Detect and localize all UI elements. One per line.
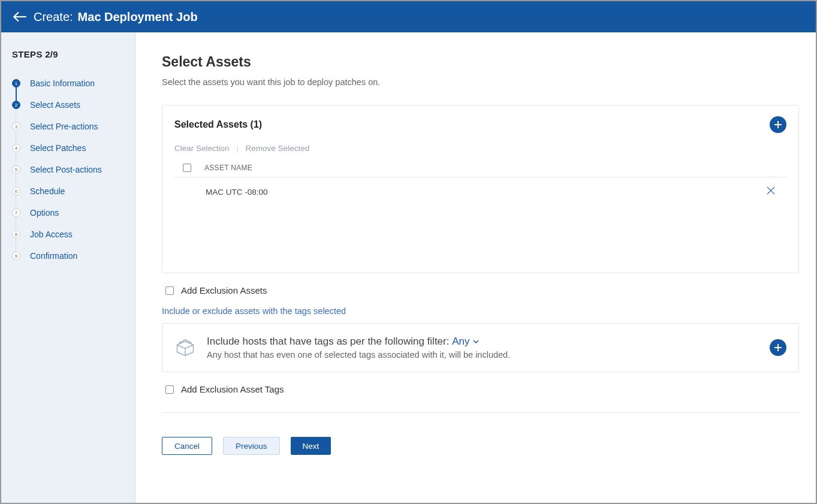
steps-sidebar: STEPS 2/9 1Basic Information2Select Asse… bbox=[1, 32, 135, 503]
table-row: MAC UTC -08:00 bbox=[174, 177, 786, 207]
step-1[interactable]: 1Basic Information bbox=[12, 73, 124, 94]
add-exclusion-tags-label: Add Exclusion Asset Tags bbox=[181, 384, 284, 394]
app-header: Create: Mac Deployment Job bbox=[1, 1, 816, 32]
add-asset-button[interactable] bbox=[770, 116, 786, 133]
assets-table-header: ASSET NAME bbox=[174, 159, 786, 177]
cancel-button[interactable]: Cancel bbox=[162, 437, 212, 455]
step-number: 4 bbox=[12, 144, 20, 152]
close-icon bbox=[766, 186, 776, 195]
clear-selection-link[interactable]: Clear Selection bbox=[174, 144, 230, 153]
previous-button[interactable]: Previous bbox=[223, 437, 280, 455]
include-tags-panel: Include hosts that have tags as per the … bbox=[162, 323, 799, 372]
step-label: Select Post-actions bbox=[30, 165, 102, 174]
step-number: 8 bbox=[12, 230, 20, 239]
remove-row-button[interactable] bbox=[764, 186, 778, 198]
step-5[interactable]: 5Select Post-actions bbox=[12, 159, 124, 180]
header-create-label: Create: bbox=[34, 10, 73, 24]
step-label: Select Pre-actions bbox=[30, 122, 98, 131]
main-content: Select Assets Select the assets you want… bbox=[135, 32, 816, 503]
step-3[interactable]: 3Select Pre-actions bbox=[12, 116, 124, 137]
chevron-down-icon bbox=[472, 338, 480, 345]
step-label: Job Access bbox=[30, 230, 73, 239]
action-divider: | bbox=[236, 144, 239, 153]
step-number: 7 bbox=[12, 209, 20, 217]
step-4[interactable]: 4Select Patches bbox=[12, 137, 124, 159]
step-label: Options bbox=[30, 208, 59, 218]
step-6[interactable]: 6Schedule bbox=[12, 180, 124, 202]
add-exclusion-tags-checkbox[interactable] bbox=[165, 385, 174, 394]
step-8[interactable]: 8Job Access bbox=[12, 224, 124, 245]
header-title: Mac Deployment Job bbox=[78, 10, 198, 24]
step-7[interactable]: 7Options bbox=[12, 202, 124, 224]
page-title: Select Assets bbox=[162, 54, 799, 70]
step-label: Select Assets bbox=[30, 100, 80, 110]
step-number: 6 bbox=[12, 187, 20, 195]
step-number: 9 bbox=[12, 252, 20, 260]
asset-name-cell: MAC UTC -08:00 bbox=[206, 188, 764, 197]
box-icon bbox=[174, 337, 196, 358]
step-label: Confirmation bbox=[30, 251, 77, 261]
step-label: Select Patches bbox=[30, 143, 86, 153]
remove-selected-link[interactable]: Remove Selected bbox=[246, 144, 310, 153]
include-tags-title: Include hosts that have tags as per the … bbox=[207, 336, 759, 348]
plus-icon bbox=[774, 343, 782, 352]
next-button[interactable]: Next bbox=[291, 437, 331, 455]
wizard-footer: Cancel Previous Next bbox=[162, 412, 799, 455]
step-label: Schedule bbox=[30, 186, 65, 196]
step-number: 1 bbox=[12, 79, 20, 87]
add-exclusion-tags-row[interactable]: Add Exclusion Asset Tags bbox=[165, 384, 799, 394]
step-number: 2 bbox=[12, 101, 20, 109]
selected-assets-title: Selected Assets (1) bbox=[174, 119, 262, 130]
step-number: 3 bbox=[12, 122, 20, 131]
tag-filter-value: Any bbox=[452, 336, 469, 348]
add-tag-button[interactable] bbox=[770, 339, 786, 356]
step-label: Basic Information bbox=[30, 79, 95, 88]
select-all-checkbox[interactable] bbox=[183, 164, 191, 172]
step-number: 5 bbox=[12, 165, 20, 174]
column-asset-name: ASSET NAME bbox=[204, 164, 252, 172]
add-exclusion-assets-checkbox[interactable] bbox=[165, 286, 174, 295]
step-2[interactable]: 2Select Assets bbox=[12, 94, 124, 116]
steps-counter: STEPS 2/9 bbox=[12, 49, 124, 59]
tags-hint: Include or exclude assets with the tags … bbox=[162, 306, 799, 316]
add-exclusion-assets-row[interactable]: Add Exclusion Assets bbox=[165, 285, 799, 295]
add-exclusion-assets-label: Add Exclusion Assets bbox=[181, 285, 267, 295]
plus-icon bbox=[774, 120, 782, 129]
back-arrow-icon[interactable] bbox=[12, 9, 28, 25]
step-9[interactable]: 9Confirmation bbox=[12, 245, 124, 267]
include-tags-title-text: Include hosts that have tags as per the … bbox=[207, 336, 449, 347]
selected-assets-panel: Selected Assets (1) Clear Selection | Re… bbox=[162, 105, 799, 273]
tag-filter-dropdown[interactable]: Any bbox=[452, 336, 479, 348]
page-subtitle: Select the assets you want this job to d… bbox=[162, 77, 799, 87]
include-tags-sub: Any host that has even one of selected t… bbox=[207, 350, 759, 360]
